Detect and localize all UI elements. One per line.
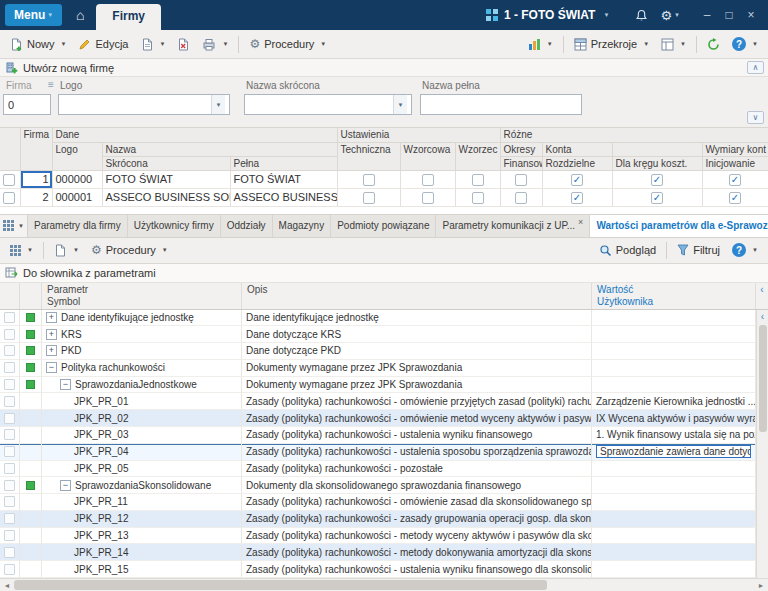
row-checkbox[interactable] (4, 312, 15, 323)
col-header-wartosc[interactable]: WartośćUżytkownika (592, 283, 756, 309)
layout-button[interactable]: ▼ (655, 35, 692, 54)
param-group-row[interactable]: +KRSDane dotyczące KRS (0, 326, 756, 343)
tab-close-icon[interactable]: × (578, 217, 583, 227)
param-row[interactable]: JPK_PR_13Zasady (polityka) rachunkowości… (0, 528, 756, 545)
okresy-finansowe-checkbox[interactable] (515, 192, 527, 204)
row-checkbox[interactable] (4, 496, 15, 507)
row-checkbox[interactable] (4, 329, 15, 340)
okresy-finansowe-checkbox[interactable] (515, 174, 527, 186)
row-checkbox[interactable] (4, 530, 15, 541)
collapse-icon[interactable]: − (46, 362, 57, 373)
col-header-rozdzielne[interactable]: Rozdzielne (542, 156, 612, 170)
przekroje-button[interactable]: Przekroje▼ (568, 35, 655, 54)
row-checkbox[interactable] (4, 362, 15, 373)
chart-button[interactable]: ▼ (522, 35, 559, 54)
param-row[interactable]: JPK_PR_11Zasady (polityka) rachunkowości… (0, 494, 756, 511)
param-row[interactable]: JPK_PR_04Zasady (polityka) rachunkowości… (0, 444, 756, 461)
home-button[interactable]: ⌂ (68, 7, 92, 23)
col-header-wymiary[interactable]: Wymiary kont (702, 142, 768, 156)
value-editor[interactable]: Sprawozdanie zawiera dane dotyczące jed (596, 445, 751, 458)
row-checkbox[interactable] (4, 379, 15, 390)
collapse-icon[interactable]: − (60, 379, 71, 390)
collapse-icon[interactable]: − (60, 480, 71, 491)
param-row[interactable]: JPK_PR_12Zasady (polityka) rachunkowości… (0, 511, 756, 528)
wzorzec-checkbox[interactable] (472, 174, 484, 186)
tab-magazyny[interactable]: Magazyny (273, 215, 332, 237)
col-header-techniczna[interactable]: Techniczna (337, 142, 400, 170)
col-header-wzorzec[interactable]: Wzorzec (455, 142, 500, 170)
col-header-skrocona[interactable]: Skrócona (102, 156, 230, 170)
konta-rozdzielne-checkbox[interactable]: ✓ (571, 174, 583, 186)
nowy-button[interactable]: Nowy▼ (4, 35, 72, 54)
row-checkbox[interactable] (4, 396, 15, 407)
param-row[interactable]: JPK_PR_15Zasady (polityka) rachunkowości… (0, 561, 756, 578)
col-header-parametr[interactable]: ParametrSymbol (42, 283, 242, 309)
filtruj-button[interactable]: Filtruj (671, 241, 726, 259)
tab-wartosci-parametrow-dla-e-sprawozdania[interactable]: Wartości parametrów dla e-Sprawozdania (590, 215, 768, 237)
tab-parametry-dla-firmy[interactable]: Parametry dla firmy (28, 215, 128, 237)
settings-button[interactable]: ⚙▼ (660, 9, 680, 22)
dictionary-link[interactable]: Do słownika z parametrami (23, 267, 156, 279)
tabs-menu-button[interactable]: ▼ (0, 215, 28, 237)
company-row[interactable]: 2000001ASSECO BUSINESS SOLUASSECO BUSINE… (0, 188, 768, 206)
scroll-up-button[interactable]: ∧ (747, 61, 764, 74)
param-group-row[interactable]: −Polityka rachunkowościDokumenty wymagan… (0, 360, 756, 377)
procedury-button[interactable]: ⚙ Procedury▼ (243, 35, 332, 53)
menu-button[interactable]: Menu▼ (5, 4, 62, 26)
row-checkbox[interactable] (4, 564, 15, 575)
row-select-checkbox[interactable] (3, 174, 15, 186)
inicjowanie-checkbox[interactable]: ✓ (729, 174, 741, 186)
tab-uzytkownicy-firmy[interactable]: Użytkownicy firmy (128, 215, 221, 237)
col-header-konta[interactable]: Konta (542, 142, 612, 156)
col-header-dla-kregu[interactable]: Dla kręgu koszt. (612, 156, 702, 170)
filter-menu-icon[interactable]: ≡ (48, 79, 54, 90)
logo-filter-select[interactable]: ▼ (58, 94, 230, 115)
nazwa-pelna-filter-input[interactable] (420, 94, 582, 115)
create-company-bar[interactable]: Utwórz nową firmę ∧ (0, 59, 768, 77)
wzorcowa-checkbox[interactable] (422, 192, 434, 204)
nazwa-skrocona-filter-select[interactable]: ▼ (244, 94, 412, 115)
techniczna-checkbox[interactable] (363, 192, 375, 204)
params-vertical-scrollbar[interactable]: ‹ (756, 310, 768, 579)
firma-filter-input[interactable] (3, 94, 51, 115)
delete-button[interactable] (171, 35, 196, 54)
expand-icon[interactable]: + (46, 345, 57, 356)
horizontal-scrollbar[interactable]: ◄ ► (0, 578, 768, 591)
procedury-params-button[interactable]: ⚙ Procedury▼ (85, 241, 174, 259)
col-header-okresy[interactable]: Okresy (500, 142, 542, 156)
param-row[interactable]: JPK_PR_03Zasady (polityka) rachunkowości… (0, 427, 756, 444)
expand-icon[interactable]: + (46, 329, 57, 340)
expand-icon[interactable]: + (46, 312, 57, 323)
col-header-wzorcowa[interactable]: Wzorcowa (400, 142, 455, 170)
row-checkbox[interactable] (4, 446, 15, 457)
scroll-right-icon[interactable]: ► (754, 582, 768, 589)
row-checkbox[interactable] (4, 547, 15, 558)
notifications-button[interactable] (635, 9, 648, 22)
param-group-row[interactable]: +PKDDane dotyczące PKD (0, 343, 756, 360)
tab-firmy[interactable]: Firmy (96, 4, 161, 30)
param-group-row[interactable]: −SprawozdaniaSkonsolidowaneDokumenty dla… (0, 477, 756, 494)
inicjowanie-checkbox[interactable]: ✓ (729, 192, 741, 204)
techniczna-checkbox[interactable] (363, 174, 375, 186)
konta-rozdzielne-checkbox[interactable]: ✓ (571, 192, 583, 204)
minimize-button[interactable]: – (696, 8, 718, 22)
wzorzec-checkbox[interactable] (472, 192, 484, 204)
param-row[interactable]: JPK_PR_01Zasady (polityka) rachunkowości… (0, 393, 756, 410)
dla-kregu-koszt-checkbox[interactable]: ✓ (651, 174, 663, 186)
col-header-inicjowanie[interactable]: Inicjowanie (702, 156, 768, 170)
document-options-button[interactable]: ▼ (135, 35, 172, 54)
param-row[interactable]: JPK_PR_05Zasady (polityka) rachunkowości… (0, 461, 756, 478)
company-row[interactable]: 1000000FOTO ŚWIATFOTO ŚWIAT✓✓✓ (0, 170, 768, 188)
col-header-finansowe[interactable]: Finansowe (500, 156, 542, 170)
edycja-button[interactable]: Edycja (72, 35, 134, 54)
tab-podmioty-powiazane[interactable]: Podmioty powiązane (331, 215, 436, 237)
dla-kregu-koszt-checkbox[interactable]: ✓ (651, 192, 663, 204)
collapse-right-panel-icon[interactable]: ‹ (756, 283, 768, 309)
scrollbar-thumb[interactable] (759, 325, 767, 432)
scroll-left-icon[interactable]: ◄ (0, 582, 14, 589)
row-select-checkbox[interactable] (3, 192, 15, 204)
col-header-opis[interactable]: Opis (242, 283, 592, 309)
wzorcowa-checkbox[interactable] (422, 174, 434, 186)
col-header-pelna[interactable]: Pełna (230, 156, 337, 170)
document-button[interactable]: ▼ (48, 241, 85, 260)
